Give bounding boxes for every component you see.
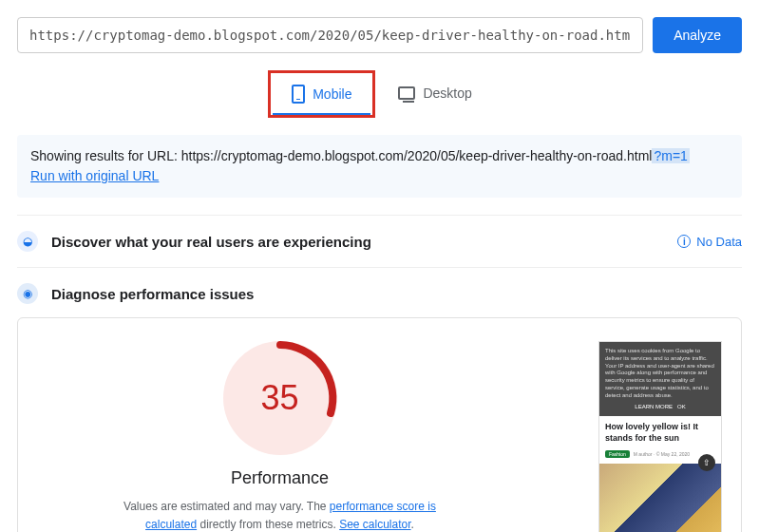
desktop-icon — [398, 86, 415, 100]
result-url-param: ?m=1 — [652, 148, 689, 163]
analyze-button[interactable]: Analyze — [653, 17, 742, 53]
discover-icon: ◒ — [17, 231, 38, 252]
preview-fab-icon: ⇧ — [698, 454, 715, 471]
discover-section: ◒ Discover what your real users are expe… — [17, 215, 742, 267]
performance-score: 35 — [223, 341, 337, 455]
discover-title: Discover what your real users are experi… — [51, 234, 371, 250]
diagnose-title: Diagnose performance issues — [51, 286, 254, 302]
preview-learn-more: LEARN MORE — [635, 404, 673, 409]
no-data-indicator[interactable]: i No Data — [677, 235, 742, 249]
no-data-label: No Data — [696, 235, 742, 249]
result-prefix: Showing results for URL: — [30, 148, 181, 163]
tab-desktop[interactable]: Desktop — [379, 70, 490, 118]
tab-desktop-label: Desktop — [423, 86, 471, 101]
mobile-icon — [292, 85, 305, 104]
diagnose-section: ◉ Diagnose performance issues 35 Perform… — [17, 267, 742, 532]
preview-cookie-banner: This site uses cookies from Google to de… — [599, 342, 721, 416]
see-calculator-link[interactable]: See calculator — [339, 518, 410, 531]
result-url-base: https://cryptomag-demo.blogspot.com/2020… — [181, 148, 653, 163]
device-tabs: Mobile Desktop — [17, 70, 742, 118]
url-input[interactable] — [17, 17, 643, 53]
diagnose-icon: ◉ — [17, 283, 38, 304]
run-original-link[interactable]: Run with original URL — [30, 168, 159, 183]
page-preview: This site uses cookies from Google to de… — [598, 341, 722, 532]
preview-headline: How lovely yellow is! It stands for the … — [599, 416, 721, 449]
preview-badge: Fashion — [605, 450, 630, 458]
preview-meta: M author · © May 22, 2020 — [634, 451, 690, 457]
tab-mobile-label: Mobile — [313, 86, 351, 102]
mobile-tab-highlight: Mobile — [268, 70, 375, 118]
preview-image: ⇧ — [599, 464, 721, 532]
performance-gauge: 35 — [223, 341, 337, 455]
preview-ok: OK — [677, 404, 686, 409]
performance-label: Performance — [231, 468, 329, 488]
tab-mobile[interactable]: Mobile — [273, 75, 370, 115]
result-banner: Showing results for URL: https://cryptom… — [17, 135, 742, 198]
info-icon: i — [677, 235, 691, 248]
preview-cookie-text: This site uses cookies from Google to de… — [605, 348, 715, 400]
performance-panel: 35 Performance Values are estimated and … — [17, 317, 742, 532]
performance-note: Values are estimated and may vary. The p… — [119, 498, 442, 532]
